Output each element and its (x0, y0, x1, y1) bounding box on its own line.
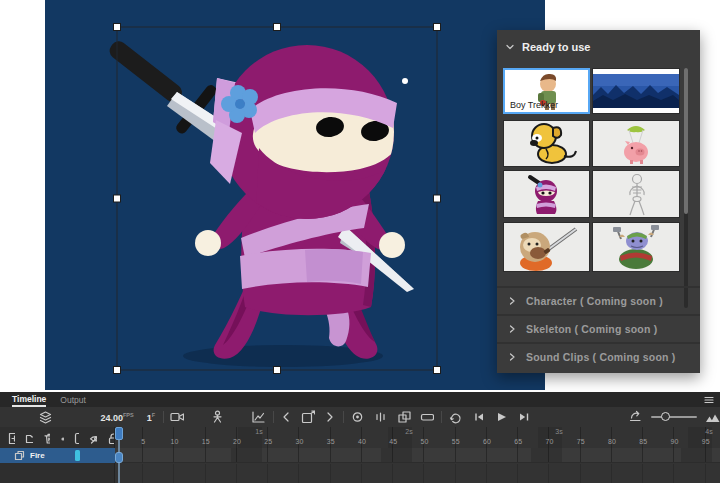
ruler-frame-label: 50 (421, 438, 429, 445)
empty-track-area[interactable] (115, 464, 720, 483)
rotation-point[interactable] (402, 78, 408, 84)
layer-color-chip (75, 450, 80, 461)
layer-row-fire[interactable]: Fire (0, 448, 115, 463)
return-to-start-icon[interactable] (628, 410, 642, 424)
ruler-frame-label: 45 (389, 438, 397, 445)
section-label: Character ( Coming soon ) (526, 295, 663, 307)
lock-icon[interactable] (107, 432, 114, 445)
ruler-frame-label: 35 (327, 438, 335, 445)
layer-name: Fire (30, 451, 45, 460)
ruler-frame-label: 70 (546, 438, 554, 445)
hamburger-icon[interactable] (704, 396, 714, 404)
chevron-right-icon (508, 296, 516, 306)
rig-icon[interactable] (210, 410, 224, 424)
trash-icon[interactable] (43, 432, 50, 445)
purple-ninja-art (504, 171, 589, 217)
ruler-second-label: 3s (555, 428, 562, 435)
timeline-panel: Timeline Output 24.00FPS 1F (0, 392, 720, 483)
timeline-zoom-slider[interactable] (651, 416, 697, 418)
tab-timeline[interactable]: Timeline (12, 392, 46, 407)
step-forward-icon[interactable] (517, 410, 530, 424)
ruler-frame-label: 60 (483, 438, 491, 445)
thumbnail-owl-warrior[interactable] (503, 222, 590, 272)
skeleton-sketch-art (593, 171, 679, 217)
dot-icon[interactable] (60, 432, 63, 445)
thumbnail-label: Boy Trekker (510, 100, 558, 110)
ruler-frame-label: 95 (702, 438, 710, 445)
section-label: Skeleton ( Coming soon ) (526, 323, 657, 335)
fps-display[interactable]: 24.00FPS (100, 412, 133, 423)
onion-skin-icon[interactable] (350, 410, 364, 424)
ruler-frame-label: 80 (608, 438, 616, 445)
tab-output[interactable]: Output (60, 393, 86, 406)
owl-warrior-art (504, 223, 589, 271)
ruler-frame-label: 65 (514, 438, 522, 445)
play-icon[interactable] (494, 410, 507, 424)
chevron-right-icon (508, 324, 516, 334)
folder-icon[interactable] (25, 432, 32, 445)
hide-icon[interactable] (89, 432, 97, 445)
section-character[interactable]: Character ( Coming soon ) (497, 286, 700, 314)
ruler-frame-label: 25 (264, 438, 272, 445)
timeline-toolbar: 24.00FPS 1F (0, 407, 720, 427)
left-hand (195, 230, 221, 256)
ninja-character[interactable] (45, 0, 545, 390)
thumbnail-turtle-gunner[interactable] (592, 222, 680, 272)
section-label: Sound Clips ( Coming soon ) (526, 351, 675, 363)
frame-display[interactable]: 1F (147, 412, 155, 423)
thumbnail-skeleton-sketch[interactable] (592, 170, 680, 218)
layer-icon (14, 450, 25, 461)
thumbnail-mountain-scene[interactable] (592, 68, 680, 114)
chevron-right-icon (508, 352, 516, 362)
ruler-frame-label: 75 (577, 438, 585, 445)
app-window: Ready to use Boy Trekker (0, 0, 720, 483)
phone-icon[interactable] (74, 432, 79, 445)
ruler-frame-label: 55 (452, 438, 460, 445)
fire-layer-track[interactable] (115, 448, 720, 463)
thumbnail-pig-parachute[interactable] (592, 120, 680, 167)
thumbnail-boy-trekker[interactable]: Boy Trekker (503, 68, 590, 114)
ruler-frame-label: 10 (171, 438, 179, 445)
section-sound-clips[interactable]: Sound Clips ( Coming soon ) (497, 342, 700, 370)
thumbnail-purple-ninja[interactable] (503, 170, 590, 218)
ruler-frame-label: 30 (296, 438, 304, 445)
camera-icon[interactable] (170, 410, 184, 424)
ready-to-use-header[interactable]: Ready to use (505, 38, 695, 56)
thumbnail-yellow-dog[interactable] (503, 120, 590, 167)
add-frame-icon[interactable] (8, 432, 15, 445)
ruler-second-label: 2s (405, 428, 412, 435)
step-back-icon[interactable] (472, 410, 485, 424)
panel-scrollbar-thumb[interactable] (684, 68, 688, 214)
prev-keyframe-icon[interactable] (280, 410, 292, 424)
yellow-dog-art (504, 121, 589, 166)
panel-scrollbar[interactable] (684, 68, 688, 308)
playhead-knob[interactable] (115, 452, 123, 463)
ruler-frame-label: 20 (233, 438, 241, 445)
timeline-tabbar: Timeline Output (0, 392, 720, 407)
zoom-mountains-icon[interactable] (705, 411, 720, 424)
graph-icon[interactable] (251, 410, 265, 424)
duplicate-frames-icon[interactable] (397, 410, 411, 424)
ruler-frame-label: 5 (141, 438, 145, 445)
layer-stack-icon[interactable] (38, 410, 52, 425)
zoom-slider-knob[interactable] (661, 412, 670, 421)
assets-panel: Ready to use Boy Trekker (497, 30, 700, 373)
stage-canvas[interactable] (45, 0, 545, 390)
ruler-frame-label: 15 (202, 438, 210, 445)
next-keyframe-icon[interactable] (324, 410, 336, 424)
flatten-icon[interactable] (420, 410, 434, 424)
ruler-frame-label: 90 (671, 438, 679, 445)
playhead-handle[interactable] (115, 427, 123, 440)
timeline-ruler[interactable]: 1s2s3s4s51015202530354045505560657075808… (115, 427, 720, 448)
pig-parachute-art (593, 121, 679, 166)
right-hand (379, 232, 405, 258)
loop-icon[interactable] (448, 410, 462, 424)
insert-keyframe-icon[interactable] (301, 410, 315, 424)
turtle-gunner-art (593, 223, 679, 271)
mountain-scene-art (593, 69, 679, 113)
panel-header-label: Ready to use (522, 41, 590, 53)
ruler-second-label: 4s (705, 428, 712, 435)
onion-frames-icon[interactable] (373, 410, 387, 424)
ruler-frame-label: 40 (358, 438, 366, 445)
section-skeleton[interactable]: Skeleton ( Coming soon ) (497, 314, 700, 342)
